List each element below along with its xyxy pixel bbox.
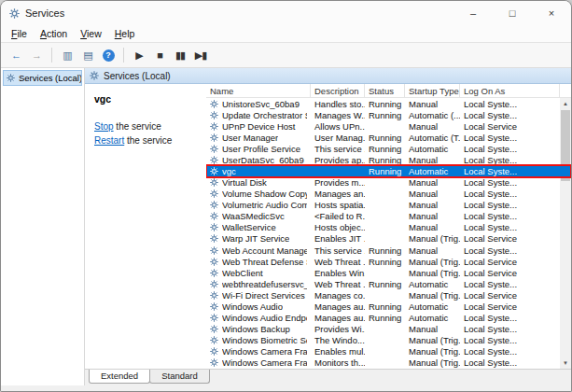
menu-item-file[interactable]: File	[5, 26, 34, 41]
back-icon[interactable]: ←	[7, 46, 25, 64]
service-startup-type: Manual (Trig...	[405, 335, 460, 345]
pause-service-icon[interactable]: ▮▮	[171, 46, 189, 64]
table-row[interactable]: Windows BackupProvides Wi...ManualLocal …	[206, 324, 571, 335]
title-bar: Services – □ ×	[1, 1, 571, 25]
table-row[interactable]: Windows Biometric ServiceThe Windo...Man…	[206, 335, 571, 346]
service-logon-as: Local Syste...	[460, 133, 571, 143]
table-row[interactable]: Volumetric Audio Composit...Hosts spatia…	[206, 200, 571, 211]
table-row[interactable]: WaaSMedicSvc<Failed to R...ManualLocal S…	[206, 211, 571, 222]
services-pane: Services (Local) vgc Stop the serviceRes…	[85, 68, 571, 385]
service-logon-as: Local Service	[460, 233, 571, 244]
service-gear-icon	[210, 302, 218, 311]
close-button[interactable]: ×	[532, 1, 571, 25]
stop-service-link[interactable]: Stop	[94, 121, 114, 132]
start-service-icon[interactable]: ▶	[130, 46, 148, 64]
table-row[interactable]: Web Threat Defense ServiceWeb Threat ...…	[206, 256, 571, 267]
link-suffix: the service	[114, 121, 161, 132]
tab-extended[interactable]: Extended	[89, 370, 150, 384]
window-footer	[1, 385, 571, 391]
minimize-button[interactable]: –	[453, 1, 493, 25]
table-row[interactable]: UPnP Device HostAllows UPn...ManualLocal…	[206, 120, 571, 132]
service-name-cell: Volumetric Audio Composit...	[206, 200, 311, 210]
service-gear-icon	[210, 336, 218, 344]
table-row[interactable]: WalletServiceHosts objec...ManualLocal S…	[206, 222, 571, 233]
stop-service-icon[interactable]: ■	[150, 46, 169, 64]
service-name: WalletService	[222, 222, 276, 232]
menu-item-help[interactable]: Help	[108, 26, 142, 41]
restart-service-link[interactable]: Restart	[94, 135, 124, 146]
table-row[interactable]: Windows Camera Frame Se...Monitors th...…	[206, 357, 571, 369]
table-row[interactable]: Windows Camera Frame Se...Enables mul...…	[206, 346, 571, 357]
tree-node-icon	[7, 74, 15, 82]
service-logon-as: Local Syste...	[460, 222, 571, 232]
menu-item-view[interactable]: View	[74, 26, 108, 41]
show-console-tree-icon[interactable]: ▥	[58, 46, 77, 64]
service-name: WebClient	[222, 268, 263, 278]
view-tabs: ExtendedStandard	[85, 369, 571, 385]
service-status: Running	[365, 257, 405, 267]
service-status: Running	[365, 133, 405, 143]
column-header-description[interactable]: Description	[311, 84, 365, 97]
service-logon-as: Local Service	[460, 121, 571, 132]
service-gear-icon	[210, 167, 218, 175]
tree-item-services-local[interactable]: Services (Local)	[3, 70, 82, 86]
service-startup-type: Manual (Trig...	[405, 357, 460, 368]
column-header-name[interactable]: Name	[206, 84, 311, 97]
service-name: Virtual Disk	[222, 177, 267, 188]
service-name-cell: Windows Audio	[206, 301, 311, 312]
table-row[interactable]: Windows AudioManages au...RunningAutomat…	[206, 301, 571, 312]
service-action-line: Restart the service	[94, 133, 197, 147]
service-name-cell: webthreatdefusersvc_60ba9	[206, 279, 311, 289]
tab-standard[interactable]: Standard	[149, 370, 210, 384]
table-row[interactable]: User ManagerUser Manag...RunningAutomati…	[206, 132, 571, 143]
table-row[interactable]: WebClientEnables Win...Manual (Trig...Lo…	[206, 267, 571, 278]
service-gear-icon	[210, 269, 218, 277]
service-gear-icon	[210, 189, 218, 198]
service-description: Provides Wi...	[311, 324, 365, 334]
table-row[interactable]: Update Orchestrator ServiceManages W...R…	[206, 109, 571, 120]
service-name: Web Account Manager	[222, 245, 307, 256]
service-name-cell: WalletService	[206, 222, 311, 232]
forward-icon[interactable]: →	[27, 46, 46, 64]
vertical-scrollbar[interactable]: ▲ ▼	[560, 98, 571, 369]
table-row[interactable]: Virtual DiskProvides m...ManualLocal Sys…	[206, 177, 571, 189]
service-gear-icon	[210, 314, 218, 322]
service-startup-type: Manual	[405, 200, 460, 210]
restart-service-icon[interactable]: ▶▮	[191, 46, 210, 64]
main-area: Services (Local) Services (Local) vgc St…	[1, 68, 571, 385]
table-row[interactable]: User Profile ServiceThis service ...Runn…	[206, 143, 571, 154]
column-header-status[interactable]: Status	[365, 84, 405, 97]
service-startup-type: Manual	[405, 121, 460, 132]
column-header-startup-type[interactable]: Startup Type	[405, 84, 460, 97]
scroll-down-icon[interactable]: ▼	[560, 357, 571, 369]
service-logon-as: Local Syste...	[460, 99, 571, 109]
service-startup-type: Manual	[405, 222, 460, 232]
column-header-log-on-as[interactable]: Log On As	[460, 84, 560, 97]
service-startup-type: Manual	[405, 245, 460, 256]
table-row[interactable]: Wi-Fi Direct Services Conne...Manages co…	[206, 289, 571, 301]
maximize-button[interactable]: □	[493, 1, 532, 25]
table-row[interactable]: UnistoreSvc_60ba9Handles sto...RunningMa…	[206, 98, 571, 109]
window-controls: – □ ×	[453, 1, 571, 25]
service-name-cell: Web Threat Defense Service	[206, 257, 311, 267]
service-gear-icon	[210, 156, 218, 164]
service-logon-as: Local Service	[460, 290, 571, 301]
service-startup-type: Manual (Trig...	[405, 257, 460, 267]
help-icon[interactable]: ?	[99, 46, 118, 64]
table-row[interactable]: Volume Shadow CopyManages an...ManualLoc…	[206, 189, 571, 200]
service-name-cell: Warp JIT Service	[206, 233, 311, 244]
table-row-selected[interactable]: vgcRunningAutomaticLocal Syste...	[206, 165, 571, 176]
service-name-cell: UPnP Device Host	[206, 121, 311, 132]
service-name: Windows Audio	[222, 301, 283, 312]
export-list-icon[interactable]: ▤	[78, 46, 97, 64]
service-description: Manages W...	[311, 110, 365, 120]
service-name: Web Threat Defense Service	[222, 257, 307, 267]
service-startup-type: Manual (Trig...	[405, 268, 460, 278]
menu-item-action[interactable]: Action	[34, 26, 74, 41]
table-row[interactable]: webthreatdefusersvc_60ba9Web Threat ...R…	[206, 278, 571, 289]
table-row[interactable]: Web Account ManagerThis service ...Runni…	[206, 245, 571, 256]
table-row[interactable]: UserDataSvc_60ba9Provides ap...RunningMa…	[206, 154, 571, 165]
scroll-up-icon[interactable]: ▲	[560, 98, 571, 109]
table-row[interactable]: Windows Audio Endpoint B...Manages au...…	[206, 312, 571, 323]
table-row[interactable]: Warp JIT ServiceEnables JIT ...Manual (T…	[206, 233, 571, 245]
